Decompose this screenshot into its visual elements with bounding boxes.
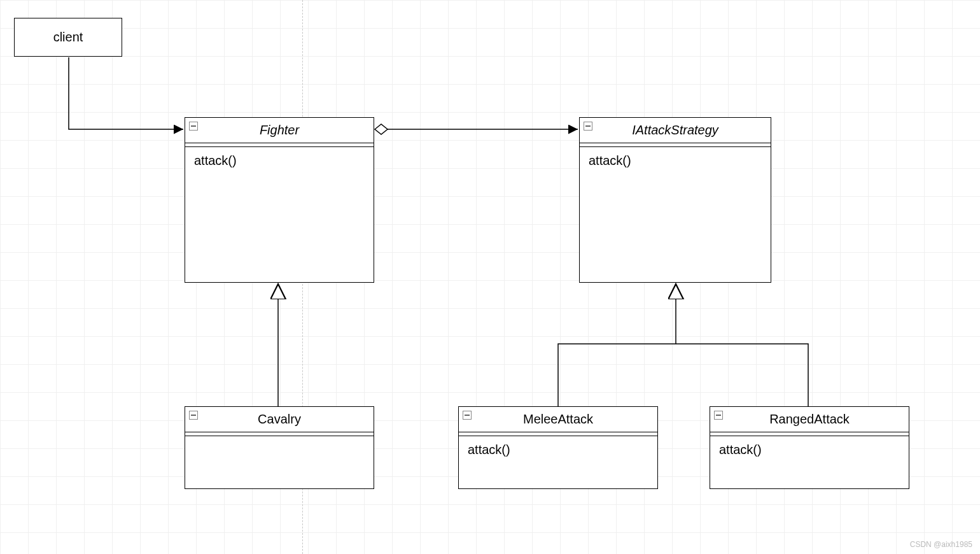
class-rangedattack-methods: attack()	[710, 436, 909, 488]
class-rangedattack[interactable]: RangedAttack attack()	[710, 406, 909, 489]
class-meleeattack-methods: attack()	[459, 436, 657, 488]
class-iattackstrategy-methods: attack()	[580, 147, 771, 282]
class-fighter-header: Fighter	[185, 118, 374, 143]
class-meleeattack-method: attack()	[468, 443, 510, 457]
watermark: CSDN @aixh1985	[910, 540, 972, 549]
class-meleeattack-header: MeleeAttack	[459, 407, 657, 432]
assoc-client-fighter	[69, 57, 183, 129]
class-meleeattack[interactable]: MeleeAttack attack()	[458, 406, 658, 489]
class-fighter[interactable]: Fighter attack()	[185, 117, 374, 283]
class-client-label: client	[53, 30, 83, 44]
class-rangedattack-header: RangedAttack	[710, 407, 909, 432]
class-iattackstrategy[interactable]: IAttackStrategy attack()	[579, 117, 771, 283]
collapse-icon[interactable]	[584, 122, 592, 131]
class-cavalry-methods	[185, 436, 374, 488]
class-cavalry[interactable]: Cavalry	[185, 406, 374, 489]
class-cavalry-name: Cavalry	[258, 412, 301, 426]
class-cavalry-header: Cavalry	[185, 407, 374, 432]
class-meleeattack-name: MeleeAttack	[523, 412, 593, 426]
class-iattackstrategy-method: attack()	[589, 153, 631, 167]
class-rangedattack-name: RangedAttack	[769, 412, 850, 426]
class-fighter-methods: attack()	[185, 147, 374, 282]
class-iattackstrategy-header: IAttackStrategy	[580, 118, 771, 143]
class-fighter-method: attack()	[194, 153, 237, 167]
collapse-icon[interactable]	[189, 122, 198, 131]
class-fighter-name: Fighter	[260, 123, 299, 137]
aggregation-diamond-icon	[375, 124, 388, 134]
class-iattackstrategy-name: IAttackStrategy	[632, 123, 718, 137]
collapse-icon[interactable]	[714, 411, 723, 420]
watermark-text: CSDN @aixh1985	[910, 540, 972, 549]
class-client[interactable]: client	[14, 18, 122, 57]
collapse-icon[interactable]	[189, 411, 198, 420]
class-rangedattack-method: attack()	[719, 443, 762, 457]
gen-branch-horizontal	[558, 344, 808, 406]
collapse-icon[interactable]	[463, 411, 472, 420]
